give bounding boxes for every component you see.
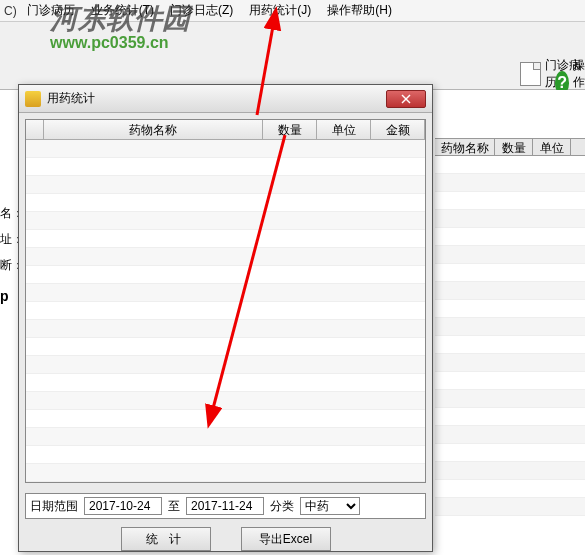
table-row xyxy=(435,174,585,192)
stat-button[interactable]: 统 计 xyxy=(121,527,211,551)
table-row xyxy=(26,302,425,320)
grid-rows xyxy=(26,140,425,482)
table-row xyxy=(26,356,425,374)
table-row xyxy=(435,372,585,390)
table-row xyxy=(26,212,425,230)
table-row xyxy=(435,210,585,228)
grid-col-amount[interactable]: 金额 xyxy=(371,120,425,139)
table-row xyxy=(26,410,425,428)
table-row xyxy=(435,228,585,246)
table-row xyxy=(435,408,585,426)
table-row xyxy=(435,426,585,444)
label-to: 至 xyxy=(168,498,180,515)
table-row xyxy=(26,266,425,284)
table-row xyxy=(26,320,425,338)
table-row xyxy=(435,336,585,354)
table-row xyxy=(26,230,425,248)
table-row xyxy=(435,390,585,408)
menu-medicine-stats[interactable]: 用药统计(J) xyxy=(241,0,319,21)
document-icon xyxy=(520,62,541,86)
table-row xyxy=(26,464,425,482)
menu-business-stats[interactable]: 业务统计(T) xyxy=(83,0,162,21)
menu-outpatient-log[interactable]: 门诊日志(Z) xyxy=(162,0,241,21)
table-row xyxy=(26,374,425,392)
table-row xyxy=(435,318,585,336)
date-from-input[interactable] xyxy=(84,497,162,515)
button-row: 统 计 导出Excel xyxy=(25,527,426,551)
table-row xyxy=(435,480,585,498)
export-excel-button[interactable]: 导出Excel xyxy=(241,527,331,551)
results-grid[interactable]: 药物名称 数量 单位 金额 xyxy=(25,119,426,483)
grid-col-unit[interactable]: 单位 xyxy=(317,120,371,139)
table-row xyxy=(26,284,425,302)
menu-prefix: C) xyxy=(4,4,17,18)
date-to-input[interactable] xyxy=(186,497,264,515)
table-row xyxy=(26,248,425,266)
table-row xyxy=(435,156,585,174)
grid-col-index[interactable] xyxy=(26,120,44,139)
table-row xyxy=(435,498,585,516)
category-select[interactable]: 中药 xyxy=(300,497,360,515)
menu-help[interactable]: 操作帮助(H) xyxy=(319,0,400,21)
table-row xyxy=(435,462,585,480)
table-row xyxy=(26,428,425,446)
table-row xyxy=(26,158,425,176)
dialog-titlebar[interactable]: 用药统计 xyxy=(19,85,432,113)
table-row xyxy=(435,300,585,318)
dialog-app-icon xyxy=(25,91,41,107)
close-button[interactable] xyxy=(386,90,426,108)
table-row xyxy=(26,446,425,464)
table-row xyxy=(26,140,425,158)
table-row xyxy=(435,264,585,282)
bg-col-unit: 单位 xyxy=(533,139,571,155)
filter-row: 日期范围 至 分类 中药 xyxy=(25,493,426,519)
dialog-title: 用药统计 xyxy=(47,90,386,107)
table-row xyxy=(435,282,585,300)
menu-outpatient[interactable]: 门诊病历 xyxy=(19,0,83,21)
table-row xyxy=(435,444,585,462)
bg-col-name: 药物名称 xyxy=(435,139,495,155)
grid-col-qty[interactable]: 数量 xyxy=(263,120,317,139)
label-category: 分类 xyxy=(270,498,294,515)
table-row xyxy=(26,194,425,212)
bg-table-rows xyxy=(435,156,585,516)
bg-col-qty: 数量 xyxy=(495,139,533,155)
medicine-stats-dialog: 用药统计 药物名称 数量 单位 金额 xyxy=(18,84,433,552)
table-row xyxy=(26,392,425,410)
table-row xyxy=(435,192,585,210)
grid-header: 药物名称 数量 单位 金额 xyxy=(26,120,425,140)
table-row xyxy=(26,338,425,356)
table-row xyxy=(435,354,585,372)
dialog-body: 药物名称 数量 单位 金额 xyxy=(19,113,432,555)
toolbar-area: 门诊病历 ? 操作帮 xyxy=(0,22,585,90)
label-date-range: 日期范围 xyxy=(30,498,78,515)
menubar: C) 门诊病历 业务统计(T) 门诊日志(Z) 用药统计(J) 操作帮助(H) xyxy=(0,0,585,22)
table-row xyxy=(26,176,425,194)
grid-col-name[interactable]: 药物名称 xyxy=(44,120,263,139)
label-p: p xyxy=(0,288,9,304)
table-row xyxy=(435,246,585,264)
bg-table-header: 药物名称 数量 单位 xyxy=(435,138,585,156)
close-icon xyxy=(401,94,411,104)
